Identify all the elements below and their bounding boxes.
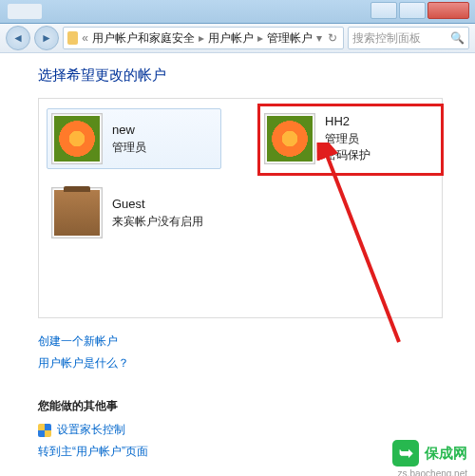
account-pw: 密码保护 [325, 147, 370, 163]
account-name: HH2 [325, 113, 370, 131]
accounts-panel: new 管理员 HH2 管理员 密码保护 Gue [38, 98, 443, 318]
action-links: 创建一个新帐户 用户帐户是什么？ [38, 333, 443, 371]
account-avatar-frame [51, 187, 103, 238]
parental-label: 设置家长控制 [57, 422, 125, 438]
account-text: new 管理员 [112, 122, 146, 156]
window-buttons [370, 2, 469, 19]
watermark-logo-icon: ➥ [392, 440, 419, 466]
account-card-new[interactable]: new 管理员 [47, 108, 221, 169]
whatis-account-link[interactable]: 用户帐户是什么？ [38, 355, 443, 371]
system-icon [8, 4, 42, 19]
other-actions: 您能做的其他事 设置家长控制 转到主“用户帐户”页面 [38, 398, 443, 460]
account-card-guest[interactable]: Guest 来宾帐户没有启用 [47, 182, 227, 243]
address-toolbar: ◄ ► « 用户帐户和家庭安全 ▸ 用户帐户 ▸ 管理帐户 ▾ ↻ 搜索控制面板… [0, 24, 475, 53]
account-avatar-frame [264, 113, 315, 164]
other-heading: 您能做的其他事 [38, 398, 443, 414]
flower-avatar-icon [54, 116, 100, 162]
nav-forward-button[interactable]: ► [34, 26, 59, 50]
breadcrumb-seg1[interactable]: 用户帐户和家庭安全 [92, 30, 195, 47]
watermark-domain: zs.baocheng.net [398, 468, 467, 476]
search-box[interactable]: 搜索控制面板 🔍 [348, 27, 469, 49]
breadcrumb-refresh-icon[interactable]: ↻ [326, 31, 339, 45]
account-name: Guest [112, 196, 203, 214]
briefcase-avatar-icon [54, 190, 100, 236]
nav-back-button[interactable]: ◄ [6, 26, 30, 50]
goto-main-link[interactable]: 转到主“用户帐户”页面 [38, 444, 443, 460]
flower-avatar-icon [267, 116, 313, 162]
breadcrumb-seg3[interactable]: 管理帐户 [267, 30, 313, 47]
maximize-button[interactable] [399, 2, 426, 19]
breadcrumb-chevron-icon: ▸ [256, 31, 265, 45]
search-icon: 🔍 [450, 31, 465, 45]
minimize-button[interactable] [370, 2, 397, 19]
account-role: 管理员 [112, 140, 146, 156]
breadcrumb-seg2[interactable]: 用户帐户 [208, 30, 254, 47]
watermark-text: 保成网 [425, 445, 467, 463]
account-text: HH2 管理员 密码保护 [325, 113, 370, 164]
account-role: 管理员 [325, 131, 370, 147]
control-panel-window: ◄ ► « 用户帐户和家庭安全 ▸ 用户帐户 ▸ 管理帐户 ▾ ↻ 搜索控制面板… [0, 0, 475, 476]
breadcrumb-bar[interactable]: « 用户帐户和家庭安全 ▸ 用户帐户 ▸ 管理帐户 ▾ ↻ [63, 27, 344, 49]
account-name: new [112, 122, 146, 140]
breadcrumb-chevron-icon: ▸ [197, 31, 206, 45]
close-button[interactable] [428, 2, 469, 19]
watermark-badge: ➥ 保成网 zs.baocheng.net [392, 440, 467, 466]
account-text: Guest 来宾帐户没有启用 [112, 196, 203, 230]
window-titlebar [0, 0, 475, 24]
parental-control-link[interactable]: 设置家长控制 [38, 422, 443, 438]
account-avatar-frame [51, 113, 103, 164]
shield-icon [38, 424, 51, 437]
breadcrumb-sep: « [80, 31, 90, 45]
content-area: 选择希望更改的帐户 new 管理员 HH2 管理员 密码保护 [0, 53, 475, 475]
gomain-label: 转到主“用户帐户”页面 [38, 444, 148, 460]
account-role: 来宾帐户没有启用 [112, 214, 203, 230]
create-account-link[interactable]: 创建一个新帐户 [38, 333, 443, 350]
search-placeholder: 搜索控制面板 [352, 30, 421, 47]
page-heading: 选择希望更改的帐户 [38, 67, 443, 85]
breadcrumb-dropdown-icon[interactable]: ▾ [314, 31, 324, 45]
account-card-hh2[interactable]: HH2 管理员 密码保护 [259, 108, 434, 169]
control-panel-icon [67, 31, 78, 45]
